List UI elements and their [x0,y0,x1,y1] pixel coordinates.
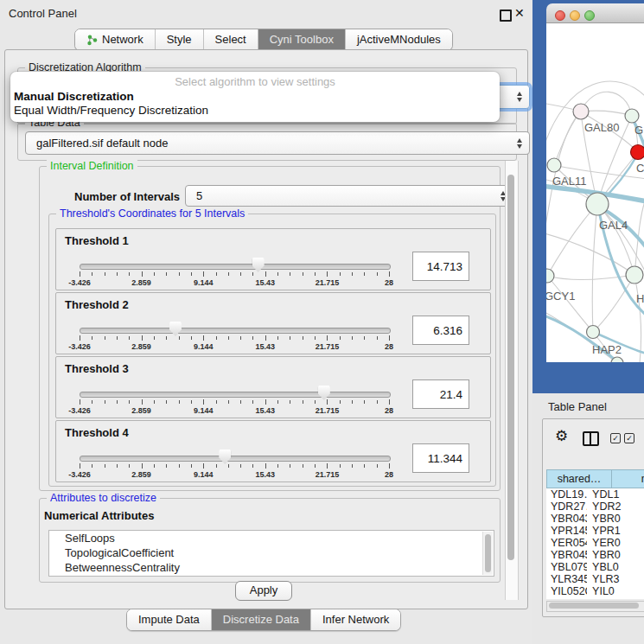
network-view-window[interactable]: GAL80GCGAL11GAL4GCY1HHAP2 [546,3,644,361]
table-row[interactable]: YLR345WYLR3 [546,573,644,585]
tab-discretize-data[interactable]: Discretize Data [212,609,311,630]
table-panel-title: Table Panel [548,400,607,413]
scrollbar-thumb[interactable] [549,603,639,609]
attribute-list-item[interactable]: TopologicalCoefficient [49,545,494,560]
threshold-value-field[interactable]: 11.344 [412,443,469,473]
table-row[interactable]: YBR043CYBR0 [546,513,644,525]
cyni-bottom-tabbar: Impute Data Discretize Data Infer Networ… [126,609,401,631]
slider-thumb[interactable] [318,386,330,400]
network-node-gal11[interactable] [547,158,561,172]
slider-thumb[interactable] [169,322,182,336]
table-row[interactable]: YDR27…YDR2 [546,501,644,513]
cell-shared-name: YPR145W [546,525,587,537]
threshold-value-field[interactable]: 21.4 [412,379,469,409]
tab-cyni-toolbox[interactable]: Cyni Toolbox [258,29,346,50]
table-row[interactable]: YPR145WYPR1 [546,525,644,537]
slider-tick-label: 2.859 [131,278,151,287]
tab-jactivemnodules[interactable]: jActiveMNodules [346,29,452,50]
tab-network[interactable]: Network [75,29,156,50]
slider-tick [80,335,80,341]
threshold-panel: Threshold 4-3.4262.8599.14415.4321.71528… [55,420,491,482]
table-row[interactable]: YDL19…YDL1 [546,488,644,501]
slider-tick-label: 9.144 [194,278,214,287]
split-view-icon[interactable] [583,431,599,446]
cell-name: YLR3 [587,573,644,585]
cell-shared-name: YDR27… [546,501,587,513]
float-window-icon[interactable] [500,10,512,22]
slider-tick [92,336,92,340]
attributes-scrollbar[interactable] [482,532,493,575]
table-data-value: galFiltered.sif default node [36,137,168,150]
slider-tick-label: 15.43 [256,278,276,287]
slider-tick [315,464,316,468]
tab-infer-network[interactable]: Infer Network [311,609,400,630]
network-node-gal4[interactable] [586,193,609,215]
attribute-list-item[interactable]: BetweennessCentrality [49,560,494,575]
checkbox-icon[interactable]: ✓ [624,433,634,443]
column-header-name[interactable]: name [612,469,644,488]
slider-tick [117,272,118,276]
cell-shared-name: YBR043C [546,513,587,525]
slider-tick [117,336,118,340]
slider-tick [377,400,378,404]
table-horizontal-scrollbar[interactable] [546,601,644,612]
slider-tick [265,399,266,405]
table-row[interactable]: YER054CYER0 [546,537,644,549]
table-row[interactable]: YBL079WYBL0 [546,561,644,573]
slider-tick [191,464,192,468]
network-node-label: GAL4 [599,219,628,232]
tab-select[interactable]: Select [204,29,258,50]
network-node-gal80[interactable] [573,104,589,119]
column-header-shared-name[interactable]: shared… [546,469,612,488]
slider-tick [377,464,378,468]
slider-tick [228,336,229,340]
scrollbar-thumb[interactable] [485,534,491,572]
slider-tick [277,400,278,404]
close-traffic-light-icon[interactable] [555,10,565,21]
slider-tick-label: 9.144 [194,406,214,415]
gear-icon[interactable]: ⚙ [555,429,568,443]
popup-option-equal-width-frequency[interactable]: Equal Width/Frequency Discretization [14,104,208,117]
network-node-g[interactable] [625,109,639,123]
slider-thumb[interactable] [219,450,231,464]
table-data-select[interactable]: galFiltered.sif default node [25,131,530,155]
network-node-h[interactable] [626,266,643,284]
cell-name: YDR2 [587,501,644,513]
threshold-value-field[interactable]: 6.316 [412,316,469,345]
slider-tick-label: 28 [385,470,393,479]
table-row[interactable]: YIL052CYIL0 [546,585,644,597]
slider-tick [105,400,105,404]
network-node-hap2[interactable] [587,326,600,339]
checkbox-icon[interactable]: ✓ [610,433,621,443]
scrollbar-thumb[interactable] [507,175,514,560]
slider-thumb[interactable] [252,258,265,272]
network-canvas[interactable]: GAL80GCGAL11GAL4GCY1HHAP2 [546,23,644,362]
attribute-list-item[interactable]: SelfLoops [49,531,494,545]
threshold-panel: Threshold 2-3.4262.8599.14415.4321.71528… [55,292,491,354]
slider-track[interactable] [80,264,391,270]
tab-impute-data[interactable]: Impute Data [127,609,212,630]
table-row[interactable]: YBR045CYBR0 [546,549,644,561]
slider-tick [191,272,192,276]
network-node-gcy1[interactable] [546,269,554,283]
network-window-titlebar[interactable] [546,3,644,23]
settings-scrollbar[interactable] [505,161,519,600]
apply-button[interactable]: Apply [235,581,292,601]
table-header-row: shared… name [546,469,644,488]
close-icon[interactable]: ✕ [514,6,525,20]
slider-track[interactable] [80,456,391,462]
slider-track[interactable] [80,392,391,398]
number-of-intervals-select[interactable]: 5 [185,185,513,207]
slider-track[interactable] [80,328,391,334]
threshold-value-field[interactable]: 14.713 [412,252,469,281]
slider-tick [240,272,241,276]
slider-tick-label: 28 [385,406,393,415]
zoom-traffic-light-icon[interactable] [584,10,595,21]
network-node-c[interactable] [631,145,644,160]
numerical-attributes-list[interactable]: SelfLoopsTopologicalCoefficientBetweenne… [48,530,494,577]
popup-option-manual-discretization[interactable]: Manual Discretization [14,90,134,103]
minimize-traffic-light-icon[interactable] [570,10,580,21]
slider-tick [364,464,365,468]
slider-tick [154,400,155,404]
tab-style[interactable]: Style [156,29,204,50]
